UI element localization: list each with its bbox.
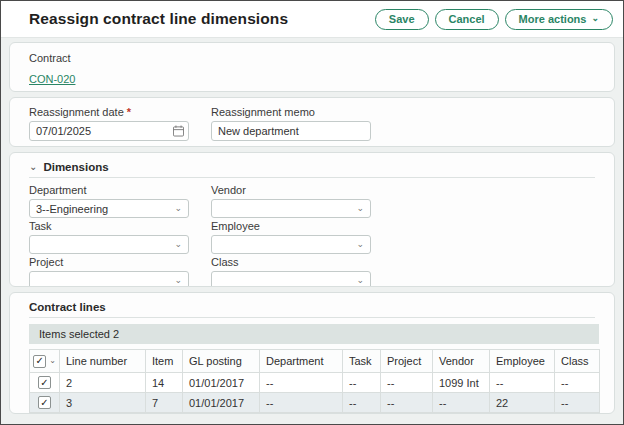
column-header-task: Task [343, 350, 381, 373]
reassignment-section: Reassignment date* Reassignment [9, 97, 615, 147]
row-checkbox[interactable]: ✓ [38, 376, 51, 389]
class-select[interactable]: ⌄ [211, 271, 371, 287]
project-field-group: Project ⌄ [29, 256, 189, 287]
form-content: Contract CON-020 Reassignment date* [1, 38, 623, 424]
cell-line-number: 3 [60, 393, 146, 413]
task-select[interactable]: ⌄ [29, 235, 189, 254]
chevron-down-icon: ⌄ [591, 14, 599, 23]
reassignment-memo-field-group: Reassignment memo [211, 106, 371, 138]
reassign-dialog: Reassign contract line dimensions Save C… [0, 0, 624, 425]
cell-gl-posting: 01/01/2017 [183, 373, 260, 393]
contract-lines-title: Contract lines [29, 301, 106, 313]
row-checkbox[interactable]: ✓ [38, 396, 51, 409]
checkmark-icon: ✓ [40, 378, 48, 388]
cell-task: -- [343, 393, 381, 413]
chevron-down-icon: ⌄ [356, 275, 364, 285]
more-actions-label: More actions [519, 13, 587, 25]
cell-vendor: 1099 Int [433, 373, 490, 393]
column-header-department: Department [260, 350, 343, 373]
cell-project: -- [381, 393, 433, 413]
select-all-checkbox[interactable]: ✓ [33, 355, 46, 368]
page-title: Reassign contract line dimensions [29, 10, 288, 28]
table-row: ✓ 3 7 01/01/2017 -- -- -- -- 22 -- [30, 393, 600, 413]
chevron-down-icon: ⌄ [29, 161, 37, 172]
cell-line-number: 2 [60, 373, 146, 393]
column-header-project: Project [381, 350, 433, 373]
cell-class: -- [555, 393, 600, 413]
employee-label: Employee [211, 220, 371, 232]
chevron-down-icon[interactable]: ⌄ [49, 356, 56, 365]
reassignment-date-label: Reassignment date [29, 106, 124, 118]
project-label: Project [29, 256, 189, 268]
reassignment-date-input[interactable] [29, 121, 189, 141]
column-header-vendor: Vendor [433, 350, 490, 373]
project-select[interactable]: ⌄ [29, 271, 189, 287]
calendar-icon[interactable] [173, 125, 184, 137]
cell-employee: -- [490, 373, 555, 393]
cell-gl-posting: 01/01/2017 [183, 393, 260, 413]
cell-item: 14 [146, 373, 183, 393]
employee-field-group: Employee ⌄ [211, 220, 371, 254]
table-header-row: ✓ ⌄ Line number Item GL posting Departme… [30, 350, 600, 373]
dimensions-grid: Department 3--Engineering ⌄ Vendor ⌄ Tas… [29, 184, 595, 287]
chevron-down-icon: ⌄ [174, 275, 182, 285]
save-button[interactable]: Save [375, 9, 429, 30]
table-row: ✓ 2 14 01/01/2017 -- -- -- 1099 Int -- -… [30, 373, 600, 393]
column-header-class: Class [555, 350, 600, 373]
contract-label: Contract [29, 52, 595, 64]
cell-class: -- [555, 373, 600, 393]
department-label: Department [29, 184, 189, 196]
cell-item: 7 [146, 393, 183, 413]
dimensions-section-toggle[interactable]: ⌄ Dimensions [29, 161, 595, 178]
contract-section: Contract CON-020 [9, 42, 615, 92]
cell-employee: 22 [490, 393, 555, 413]
cell-vendor: -- [433, 393, 490, 413]
cell-task: -- [343, 373, 381, 393]
items-selected-status: Items selected 2 [29, 324, 599, 344]
chevron-down-icon: ⌄ [174, 239, 182, 249]
vendor-select[interactable]: ⌄ [211, 199, 371, 218]
title-bar: Reassign contract line dimensions Save C… [1, 1, 623, 38]
checkmark-icon: ✓ [35, 356, 43, 366]
chevron-down-icon: ⌄ [356, 203, 364, 213]
dimensions-section: ⌄ Dimensions Department 3--Engineering ⌄… [9, 152, 615, 287]
checkmark-icon: ✓ [40, 398, 48, 408]
class-label: Class [211, 256, 371, 268]
dimensions-title: Dimensions [43, 161, 108, 173]
department-field-group: Department 3--Engineering ⌄ [29, 184, 189, 218]
column-header-item: Item [146, 350, 183, 373]
task-field-group: Task ⌄ [29, 220, 189, 254]
vendor-field-group: Vendor ⌄ [211, 184, 371, 218]
more-actions-button[interactable]: More actions ⌄ [505, 9, 613, 30]
vendor-label: Vendor [211, 184, 371, 196]
column-header-gl-posting: GL posting [183, 350, 260, 373]
contract-link[interactable]: CON-020 [29, 73, 75, 85]
reassignment-date-field-group: Reassignment date* [29, 106, 189, 138]
contract-lines-table: ✓ ⌄ Line number Item GL posting Departme… [29, 349, 600, 413]
employee-select[interactable]: ⌄ [211, 235, 371, 254]
class-field-group: Class ⌄ [211, 256, 371, 287]
column-header-line-number: Line number [60, 350, 146, 373]
chevron-down-icon: ⌄ [356, 239, 364, 249]
cancel-button[interactable]: Cancel [435, 9, 499, 30]
contract-lines-section: Contract lines Items selected 2 ✓ ⌄ [9, 292, 615, 414]
department-select[interactable]: 3--Engineering ⌄ [29, 199, 189, 218]
column-header-employee: Employee [490, 350, 555, 373]
cell-project: -- [381, 373, 433, 393]
chevron-down-icon: ⌄ [174, 203, 182, 213]
header-actions: Save Cancel More actions ⌄ [375, 9, 613, 30]
cell-department: -- [260, 373, 343, 393]
department-select-value: 3--Engineering [36, 203, 108, 215]
required-asterisk: * [127, 106, 131, 118]
cell-department: -- [260, 393, 343, 413]
task-label: Task [29, 220, 189, 232]
reassignment-memo-input[interactable] [211, 121, 371, 141]
contract-lines-header: Contract lines [29, 301, 595, 318]
reassignment-memo-label: Reassignment memo [211, 106, 371, 118]
